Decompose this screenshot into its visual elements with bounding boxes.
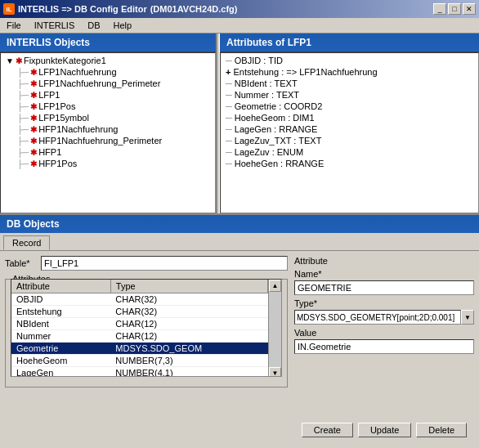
attr-list-item[interactable]: ─LageZuv : ENUM [222,146,477,158]
tree-item-label: FixpunkteKategorie1 [24,56,106,65]
table-cell-attribute: Nummer [11,330,110,343]
table-label: Table* [5,258,38,268]
attributes-table-container: Attribute Type OBJIDCHAR(32)EntstehungCH… [11,279,282,377]
table-row[interactable]: GeometrieMDSYS.SDO_GEOM [11,343,268,355]
table-row[interactable]: OBJIDCHAR(32) [11,293,268,306]
attributes-list-area: ─OBJID : TID+Entstehung : => LFP1Nachfue… [220,52,479,213]
tree-item[interactable]: ├─✱HFP1Nachfuehrung_Perimeter [2,135,213,146]
table-cell-type: NUMBER(4,1) [110,367,267,378]
attr-list-item[interactable]: ─Nummer : TEXT [222,89,477,101]
tree-item-label: LFP1Pos [38,101,75,111]
minimize-button[interactable]: _ [433,3,446,15]
interlis-tree-scroll[interactable]: ▼✱FixpunkteKategorie1├─✱LFP1Nachfuehrung… [1,53,215,213]
tab-bar: Record [0,233,479,251]
table-cell-type: CHAR(32) [110,293,267,306]
type-field-group: Type* ▼ [294,298,474,325]
value-label: Value [294,328,474,338]
attr-list-item-label: HoeheGen : RRANGE [235,159,324,168]
attributes-scroll[interactable]: ─OBJID : TID+Entstehung : => LFP1Nachfue… [221,53,478,213]
tree-item[interactable]: ├─✱HFP1 [2,146,213,158]
value-input[interactable] [294,339,474,354]
attr-list-item-label: OBJID : TID [235,56,283,65]
tree-item[interactable]: ├─✱HFP1Nachfuehrung [2,123,213,135]
type-select-wrap: ▼ [294,310,474,325]
type-input[interactable] [294,310,461,325]
menu-help[interactable]: Help [110,20,136,31]
tree-item-label: HFP1Nachfuehrung [38,124,118,134]
attr-list-item[interactable]: ─OBJID : TID [222,55,477,66]
db-objects-panel: DB Objects Record Table* Attributes [0,213,479,442]
type-dropdown-btn[interactable]: ▼ [461,310,474,325]
attr-list-item-label: Geometrie : COORD2 [235,101,323,111]
attr-list-item-label: Nummer : TEXT [235,90,299,100]
scroll-down-btn[interactable]: ▼ [269,367,281,377]
type-label: Type* [294,298,474,308]
interlis-tree-area: ▼✱FixpunkteKategorie1├─✱LFP1Nachfuehrung… [0,52,216,213]
create-button[interactable]: Create [302,423,353,437]
table-cell-attribute: OBJID [11,293,110,306]
table-cell-attribute: Geometrie [11,343,110,355]
table-row[interactable]: LageGenNUMBER(4,1) [11,367,268,378]
attr-list-item[interactable]: ─Geometrie : COORD2 [222,101,477,112]
name-input[interactable] [294,280,474,295]
table-row[interactable]: EntstehungCHAR(32) [11,306,268,318]
tree-item[interactable]: ├─✱LFP1 [2,89,213,101]
table-row[interactable]: NummerCHAR(12) [11,330,268,343]
menu-file[interactable]: File [3,20,25,31]
attr-list-item[interactable]: ─LageGen : RRANGE [222,123,477,135]
table-input[interactable] [41,256,288,271]
tab-record[interactable]: Record [3,235,50,250]
scroll-track [269,292,281,367]
table-row[interactable]: NBIdentCHAR(12) [11,318,268,330]
attr-list-item[interactable]: ─HoeheGen : RRANGE [222,158,477,169]
attributes-panel: Attributes of LFP1 ─OBJID : TID+Entstehu… [220,34,479,213]
action-buttons: Create Update Delete [294,423,474,437]
menu-interlis[interactable]: INTERLIS [31,20,78,31]
tree-item[interactable]: ├─✱LFP1Nachfuehrung [2,66,213,78]
top-panels: INTERLIS Objects ▼✱FixpunkteKategorie1├─… [0,34,479,213]
tree-item[interactable]: ├─✱HFP1Pos [2,158,213,169]
title-bar-controls: _ □ ✕ [433,3,476,15]
attr-list-item-label: LageZuv_TXT : TEXT [235,136,322,146]
window-subtitle: (DM01AVCH24D.cfg) [150,4,238,14]
table-cell-attribute: HoeheGeom [11,355,110,367]
table-scrollbar-v[interactable]: ▲ ▼ [268,280,281,377]
tree-item[interactable]: ├─✱LFP1Nachfuehrung_Perimeter [2,78,213,89]
scroll-up-btn[interactable]: ▲ [269,280,281,292]
table-row[interactable]: HoeheGeomNUMBER(7,3) [11,355,268,367]
app-icon: IL [3,3,15,15]
attr-list-item-label: HoeheGeom : DIM1 [235,113,315,123]
tree-item-label: LFP15ymbol [38,113,89,123]
menu-db[interactable]: DB [84,20,103,31]
attributes-fieldset: Attributes Attribute Type [5,274,288,388]
tree-item[interactable]: ├─✱LFP1Pos [2,101,213,112]
table-row-form: Table* [5,256,288,271]
attr-list-item[interactable]: ─NBIdent : TEXT [222,78,477,89]
tree-item-label: LFP1 [38,90,60,100]
attr-list-item[interactable]: ─LageZuv_TXT : TEXT [222,135,477,146]
db-objects-header: DB Objects [0,215,479,233]
col-header-attribute: Attribute [11,280,110,293]
table-cell-type: CHAR(32) [110,306,267,318]
tree-item[interactable]: ▼✱FixpunkteKategorie1 [2,55,213,66]
attribute-section-label: Attribute [294,256,474,266]
name-field-group: Name* [294,269,474,295]
tree-item-label: HFP1 [38,147,61,157]
tree-item-label: HFP1Pos [38,159,77,168]
attr-list-item[interactable]: +Entstehung : => LFP1Nachfuehrung [222,66,477,78]
db-left-form: Table* Attributes Attribute Type [5,256,288,437]
interlis-objects-header: INTERLIS Objects [0,34,216,52]
delete-button[interactable]: Delete [416,423,467,437]
close-button[interactable]: ✕ [463,3,476,15]
table-wrapper: Attribute Type OBJIDCHAR(32)EntstehungCH… [11,280,281,377]
attr-list-item[interactable]: ─HoeheGeom : DIM1 [222,112,477,123]
attr-list-item-label: NBIdent : TEXT [235,78,298,88]
maximize-button[interactable]: □ [448,3,461,15]
tree-item[interactable]: ├─✱LFP15ymbol [2,112,213,123]
table-cell-type: CHAR(12) [110,330,267,343]
update-button[interactable]: Update [358,423,411,437]
name-label: Name* [294,269,474,279]
table-cell-type: NUMBER(7,3) [110,355,267,367]
tree-item-label: HFP1Nachfuehrung_Perimeter [38,136,162,146]
table-cell-attribute: Entstehung [11,306,110,318]
